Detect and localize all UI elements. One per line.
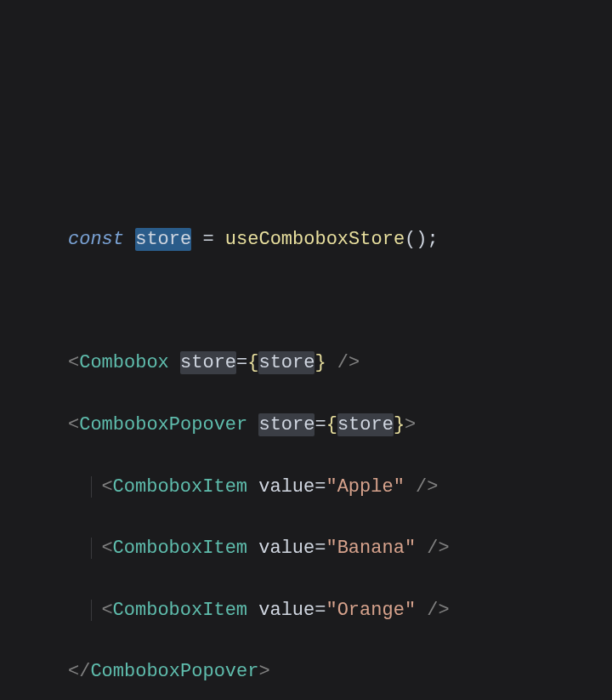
jsx-bracket-open: < xyxy=(101,600,112,621)
attr-value: value xyxy=(258,476,314,498)
string-orange: "Orange" xyxy=(326,600,416,621)
brace-close: } xyxy=(394,414,405,435)
code-line-item-1[interactable]: <ComboboxItem value="Banana" /> xyxy=(68,533,612,564)
code-line-blank xyxy=(68,287,612,317)
jsx-tag-item: ComboboxItem xyxy=(113,476,247,498)
brace-open: { xyxy=(247,352,258,373)
jsx-bracket-open: </ xyxy=(68,661,90,682)
code-line-3[interactable]: <Combobox store={store} /> xyxy=(68,348,612,378)
brace-open: { xyxy=(326,414,337,435)
jsx-tag-item: ComboboxItem xyxy=(113,538,247,559)
op-eq: = xyxy=(314,600,326,621)
jsx-bracket-open: < xyxy=(101,476,112,498)
string-apple: "Apple" xyxy=(326,476,404,498)
jsx-bracket-close: /> xyxy=(416,600,450,621)
op-eq: = xyxy=(314,538,326,559)
jsx-bracket-close: > xyxy=(258,661,269,682)
code-line-close-popover[interactable]: </ComboboxPopover> xyxy=(68,657,612,687)
expr-store[interactable]: store xyxy=(337,413,394,436)
jsx-bracket-close: /> xyxy=(405,476,439,498)
jsx-bracket-close: /> xyxy=(326,352,360,373)
jsx-bracket-open: < xyxy=(68,352,79,373)
jsx-tag-item: ComboboxItem xyxy=(113,600,247,621)
op-eq: = xyxy=(236,352,247,373)
attr-value: value xyxy=(258,538,314,559)
fn-parens: (); xyxy=(405,229,439,250)
op-eq: = xyxy=(314,476,326,498)
fn-useComboboxStore: useComboboxStore xyxy=(225,229,405,250)
jsx-bracket-open: < xyxy=(68,414,79,435)
string-banana: "Banana" xyxy=(326,538,416,559)
code-line-item-2[interactable]: <ComboboxItem value="Orange" /> xyxy=(68,595,612,626)
keyword-const: const xyxy=(68,229,124,250)
jsx-bracket-close: > xyxy=(405,414,416,435)
jsx-bracket-close: /> xyxy=(416,538,450,559)
operator-assign: = xyxy=(191,229,225,250)
jsx-tag-combobox: Combobox xyxy=(79,352,169,373)
jsx-tag-popover-close: ComboboxPopover xyxy=(90,661,258,682)
var-store-declaration[interactable]: store xyxy=(135,228,191,251)
attr-store: store xyxy=(258,413,314,436)
jsx-tag-popover: ComboboxPopover xyxy=(79,414,247,435)
code-line-item-0[interactable]: <ComboboxItem value="Apple" /> xyxy=(68,472,612,503)
jsx-bracket-open: < xyxy=(101,538,112,559)
code-line-1[interactable]: const store = useComboboxStore(); xyxy=(68,225,612,255)
brace-close: } xyxy=(314,352,326,373)
code-editor[interactable]: const store = useComboboxStore(); <Combo… xyxy=(0,0,612,700)
attr-value: value xyxy=(258,600,314,621)
attr-store: store xyxy=(180,351,236,374)
op-eq: = xyxy=(314,414,326,435)
expr-store[interactable]: store xyxy=(258,351,314,374)
code-line-4[interactable]: <ComboboxPopover store={store}> xyxy=(68,410,612,441)
